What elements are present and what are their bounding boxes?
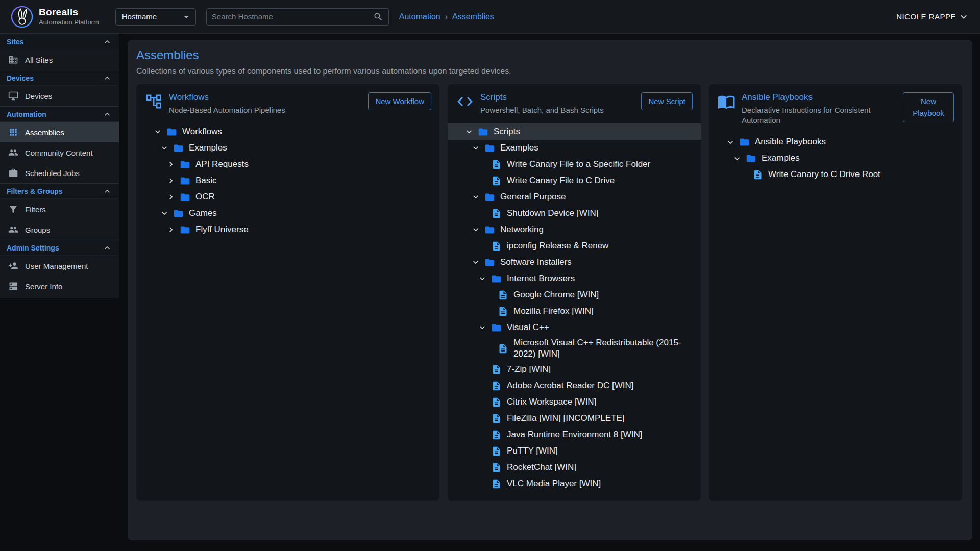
- new-playbook-button[interactable]: New Playbook: [903, 92, 954, 122]
- folder-icon: [484, 143, 495, 154]
- sidebar-section-filters-groups[interactable]: Filters & Groups: [0, 183, 119, 199]
- chevron-right-icon[interactable]: [166, 192, 176, 202]
- tree-item-label: Games: [189, 207, 217, 220]
- workflows-card: Workflows Node-Based Automation Pipeline…: [136, 84, 439, 501]
- sidebar-item-all-sites[interactable]: All Sites: [0, 49, 119, 70]
- chevron-spacer: [484, 343, 494, 354]
- tree-item-ansible-playbooks[interactable]: Ansible Playbooks: [709, 134, 962, 151]
- sidebar-section-devices[interactable]: Devices: [0, 70, 119, 86]
- tree-item-label: Microsoft Visual C++ Redistributable (20…: [513, 336, 694, 361]
- chevron-down-icon[interactable]: [477, 273, 487, 284]
- breadcrumb-assemblies[interactable]: Assemblies: [452, 12, 494, 21]
- tree-item-write-canary-file-to-c-drive[interactable]: Write Canary File to C Drive: [448, 172, 701, 189]
- chevron-right-icon[interactable]: [166, 159, 176, 169]
- chevron-down-icon[interactable]: [471, 192, 481, 202]
- tree-item-label: Citrix Workspace [WIN]: [507, 395, 596, 409]
- tree-item-visual-c[interactable]: Visual C++: [448, 319, 701, 336]
- topbar: Borealis Automation Platform Hostname Au…: [0, 0, 980, 34]
- chevron-down-icon[interactable]: [725, 137, 736, 147]
- tree-item-label: Workflows: [182, 125, 222, 138]
- breadcrumb-automation[interactable]: Automation: [399, 12, 440, 21]
- folder-icon: [180, 224, 190, 235]
- file-icon: [498, 290, 508, 300]
- chevron-up-icon[interactable]: [102, 243, 112, 253]
- sidebar-item-server-info[interactable]: Server Info: [0, 276, 119, 296]
- sidebar-item-user-management[interactable]: User Management: [0, 256, 119, 276]
- tree-item-general-purpose[interactable]: General Purpose: [448, 189, 701, 205]
- sidebar-item-filters[interactable]: Filters: [0, 199, 119, 219]
- chevron-down-icon[interactable]: [471, 257, 481, 267]
- tree-item-ocr[interactable]: OCR: [136, 189, 439, 205]
- tree-item-putty-win[interactable]: PuTTY [WIN]: [448, 443, 701, 459]
- tree-item-write-canary-to-c-drive-root[interactable]: Write Canary to C Drive Root: [709, 167, 962, 183]
- user-menu[interactable]: NICOLE RAPPE: [896, 11, 970, 23]
- tree-item-write-canary-file-to-a-specific-folder[interactable]: Write Canary File to a Specific Folder: [448, 156, 701, 172]
- chevron-spacer: [477, 241, 487, 251]
- tree-item-flyff-universe[interactable]: Flyff Universe: [136, 221, 439, 238]
- tree-item-ipconfig-release-renew[interactable]: ipconfig Release & Renew: [448, 238, 701, 254]
- scripts-tree: ScriptsExamplesWrite Canary File to a Sp…: [448, 123, 701, 492]
- chevron-down-icon[interactable]: [471, 143, 481, 153]
- folder-icon: [180, 192, 190, 203]
- sidebar-item-groups[interactable]: Groups: [0, 219, 119, 240]
- page-title: Assemblies: [136, 48, 964, 62]
- sidebar-item-community-content[interactable]: Community Content: [0, 142, 119, 163]
- new-workflow-button[interactable]: New Workflow: [368, 92, 431, 110]
- sidebar-section-automation[interactable]: Automation: [0, 106, 119, 122]
- sidebar-item-devices[interactable]: Devices: [0, 86, 119, 106]
- sidebar-item-assemblies[interactable]: Assemblies: [0, 122, 119, 142]
- chevron-down-icon[interactable]: [477, 322, 487, 333]
- chevron-down-icon[interactable]: [153, 127, 163, 137]
- chevron-up-icon[interactable]: [102, 73, 112, 83]
- tree-item-adobe-acrobat-reader-dc-win[interactable]: Adobe Acrobat Reader DC [WIN]: [448, 378, 701, 394]
- scripts-card: Scripts Powershell, Batch, and Bash Scri…: [448, 84, 701, 501]
- chevron-right-icon[interactable]: [166, 224, 176, 235]
- tree-item-shutdown-device-win[interactable]: Shutdown Device [WIN]: [448, 205, 701, 221]
- tree-item-examples[interactable]: Examples: [136, 140, 439, 156]
- tree-item-workflows[interactable]: Workflows: [136, 123, 439, 140]
- chevron-down-icon[interactable]: [159, 143, 169, 153]
- sidebar-section-label: Devices: [7, 74, 34, 82]
- hostname-select[interactable]: Hostname: [115, 8, 196, 26]
- hostname-searchbox: [206, 8, 389, 26]
- tree-item-basic[interactable]: Basic: [136, 172, 439, 189]
- new-script-button[interactable]: New Script: [641, 92, 693, 110]
- chevron-down-icon[interactable]: [464, 127, 474, 137]
- tree-item-api-requests[interactable]: API Requests: [136, 156, 439, 172]
- search-icon[interactable]: [373, 12, 383, 22]
- tree-item-networking[interactable]: Networking: [448, 221, 701, 238]
- tree-item-google-chrome-win[interactable]: Google Chrome [WIN]: [448, 287, 701, 303]
- tree-item-rocketchat-win[interactable]: RocketChat [WIN]: [448, 459, 701, 475]
- chevron-up-icon[interactable]: [102, 109, 112, 119]
- tree-item-java-runtime-environment-8-win[interactable]: Java Runtime Environment 8 [WIN]: [448, 427, 701, 443]
- tree-item-software-installers[interactable]: Software Installers: [448, 254, 701, 270]
- chevron-down-icon[interactable]: [471, 224, 481, 235]
- search-hostname-input[interactable]: [212, 12, 373, 21]
- tree-item-scripts[interactable]: Scripts: [448, 123, 701, 140]
- tree-item-examples[interactable]: Examples: [448, 140, 701, 156]
- tree-item-microsoft-visual-c-redistributable-2015-2022-win[interactable]: Microsoft Visual C++ Redistributable (20…: [448, 336, 701, 361]
- tree-item-mozilla-firefox-win[interactable]: Mozilla Firefox [WIN]: [448, 303, 701, 319]
- tree-item-examples[interactable]: Examples: [709, 151, 962, 167]
- file-icon: [491, 241, 502, 252]
- chevron-up-icon[interactable]: [102, 37, 112, 47]
- chevron-up-icon[interactable]: [102, 186, 112, 196]
- tree-item-citrix-workspace-win[interactable]: Citrix Workspace [WIN]: [448, 394, 701, 410]
- tree-item-internet-browsers[interactable]: Internet Browsers: [448, 270, 701, 287]
- chevron-down-icon[interactable]: [732, 154, 742, 164]
- chevron-spacer: [477, 430, 487, 440]
- playbooks-tree: Ansible PlaybooksExamplesWrite Canary to…: [709, 134, 962, 183]
- tree-item-games[interactable]: Games: [136, 205, 439, 221]
- chevron-down-icon[interactable]: [159, 208, 169, 218]
- tree-item-label: Mozilla Firefox [WIN]: [513, 305, 594, 318]
- sidebar-section-admin-settings[interactable]: Admin Settings: [0, 240, 119, 256]
- tree-item-7-zip-win[interactable]: 7-Zip [WIN]: [448, 361, 701, 378]
- card-subtitle: Declarative Instructions for Consistent …: [742, 105, 897, 126]
- tree-item-vlc-media-player-win[interactable]: VLC Media Player [WIN]: [448, 475, 701, 492]
- sidebar-item-scheduled-jobs[interactable]: Scheduled Jobs: [0, 163, 119, 183]
- chevron-right-icon[interactable]: [166, 176, 176, 186]
- folder-icon: [180, 176, 190, 186]
- main-area: Assemblies Collections of various types …: [119, 34, 980, 551]
- tree-item-filezilla-win-incomplete[interactable]: FileZilla [WIN] [INCOMPLETE]: [448, 410, 701, 427]
- sidebar-section-sites[interactable]: Sites: [0, 34, 119, 49]
